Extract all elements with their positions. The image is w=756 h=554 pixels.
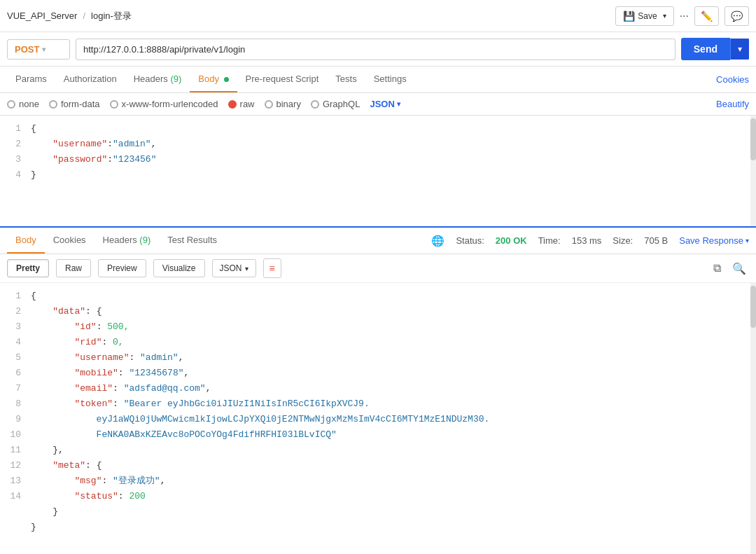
more-button[interactable]: ··· (680, 10, 689, 22)
status-value: 200 OK (496, 235, 527, 246)
resp-tab-headers[interactable]: Headers (9) (94, 228, 160, 254)
format-chevron: ▾ (397, 100, 400, 108)
save-response-button[interactable]: Save Response ▾ (679, 235, 749, 246)
time-label: Time: (538, 235, 561, 246)
send-dropdown-button[interactable]: ▾ (730, 39, 749, 60)
save-label: Save (638, 11, 657, 21)
radio-binary (265, 100, 273, 109)
scrollbar-vertical[interactable] (750, 116, 756, 226)
response-status: 🌐 Status: 200 OK Time: 153 ms Size: 705 … (431, 235, 749, 247)
code-content: { "username":"admin", "password":"123456… (28, 116, 756, 188)
edit-icon-button[interactable]: ✏️ (694, 6, 719, 26)
request-body-editor[interactable]: 1 2 3 4 { "username":"admin", "password"… (0, 116, 756, 228)
response-tabs: Body Cookies Headers (9) Test Results 🌐 … (0, 228, 756, 254)
format-label: JSON (370, 99, 394, 109)
response-icon-buttons: ⧉ 🔍 (710, 259, 749, 278)
response-code-content: { "data": { "id": 500, "rid": 0, "userna… (28, 283, 756, 541)
cookies-link[interactable]: Cookies (716, 67, 749, 92)
response-line-numbers: 1234567891011121314 (0, 283, 28, 541)
size-value: 705 B (644, 235, 668, 246)
size-label: Size: (612, 235, 633, 246)
format-dropdown[interactable]: JSON ▾ (370, 99, 400, 109)
chat-icon-button[interactable]: 💬 (724, 6, 749, 26)
breadcrumb-request: login-登录 (91, 10, 132, 22)
send-button[interactable]: Send (681, 38, 730, 60)
code-editor: 1 2 3 4 { "username":"admin", "password"… (0, 116, 756, 188)
radio-graphql (311, 100, 319, 109)
option-none[interactable]: none (7, 99, 39, 109)
copy-icon-button[interactable]: ⧉ (710, 259, 724, 278)
send-button-group: Send ▾ (681, 38, 749, 60)
view-raw-button[interactable]: Raw (56, 259, 91, 277)
url-bar: POST ▾ Send ▾ (0, 32, 756, 67)
time-value: 153 ms (572, 235, 602, 246)
tab-body[interactable]: Body (190, 67, 237, 92)
resp-tab-body[interactable]: Body (7, 228, 45, 254)
tab-prerequest[interactable]: Pre-request Script (237, 67, 328, 92)
chevron-down-icon: ▾ (663, 12, 666, 20)
response-body-options: Pretty Raw Preview Visualize JSON ▾ ≡ ⧉ … (0, 254, 756, 283)
radio-none (7, 100, 15, 109)
view-preview-button[interactable]: Preview (98, 259, 146, 277)
breadcrumb-sep: / (83, 11, 85, 21)
scrollbar-thumb (750, 118, 756, 160)
method-label: POST (15, 44, 39, 55)
filter-icon-button[interactable]: ≡ (263, 258, 281, 278)
method-select[interactable]: POST ▾ (7, 39, 70, 60)
response-scrollbar-thumb (750, 286, 756, 328)
radio-urlencoded (110, 100, 118, 109)
view-visualize-button[interactable]: Visualize (153, 259, 205, 277)
status-label: Status: (456, 235, 484, 246)
save-response-label: Save Response (679, 235, 743, 246)
resp-tab-cookies[interactable]: Cookies (45, 228, 94, 254)
tab-tests[interactable]: Tests (327, 67, 365, 92)
option-urlencoded[interactable]: x-www-form-urlencoded (110, 99, 218, 109)
response-body[interactable]: 1234567891011121314 { "data": { "id": 50… (0, 283, 756, 554)
option-form-data[interactable]: form-data (49, 99, 100, 109)
request-tabs: Params Authorization Headers (9) Body Pr… (0, 67, 756, 93)
breadcrumb-collection: VUE_API_Server (7, 11, 77, 21)
save-icon: 💾 (623, 11, 635, 22)
response-format-dropdown[interactable]: JSON ▾ (212, 259, 256, 277)
breadcrumb: VUE_API_Server / login-登录 (7, 10, 132, 22)
option-raw[interactable]: raw (228, 99, 255, 109)
resp-format-label: JSON (220, 263, 242, 273)
tab-authorization[interactable]: Authorization (55, 67, 125, 92)
body-options: none form-data x-www-form-urlencoded raw… (0, 93, 756, 116)
view-pretty-button[interactable]: Pretty (7, 259, 49, 277)
tab-settings[interactable]: Settings (365, 67, 415, 92)
response-scrollbar-vertical[interactable] (750, 283, 756, 554)
tab-headers[interactable]: Headers (9) (125, 67, 190, 92)
option-graphql[interactable]: GraphQL (311, 99, 360, 109)
globe-icon: 🌐 (431, 235, 444, 247)
line-numbers: 1 2 3 4 (0, 116, 28, 188)
option-binary[interactable]: binary (265, 99, 301, 109)
radio-form-data (49, 100, 57, 109)
resp-format-chevron: ▾ (245, 265, 248, 272)
top-bar: VUE_API_Server / login-登录 💾 Save ▾ ··· ✏… (0, 0, 756, 32)
url-input[interactable] (76, 39, 676, 60)
radio-raw (228, 100, 237, 109)
save-response-chevron: ▾ (746, 237, 749, 244)
method-chevron: ▾ (42, 46, 46, 53)
resp-tab-test-results[interactable]: Test Results (159, 228, 225, 254)
tab-params[interactable]: Params (7, 67, 55, 92)
response-code: 1234567891011121314 { "data": { "id": 50… (0, 283, 756, 541)
beautify-button[interactable]: Beautify (716, 99, 749, 109)
save-button[interactable]: 💾 Save ▾ (615, 6, 673, 26)
top-bar-actions: 💾 Save ▾ ··· ✏️ 💬 (615, 6, 749, 26)
search-icon-button[interactable]: 🔍 (729, 259, 749, 278)
